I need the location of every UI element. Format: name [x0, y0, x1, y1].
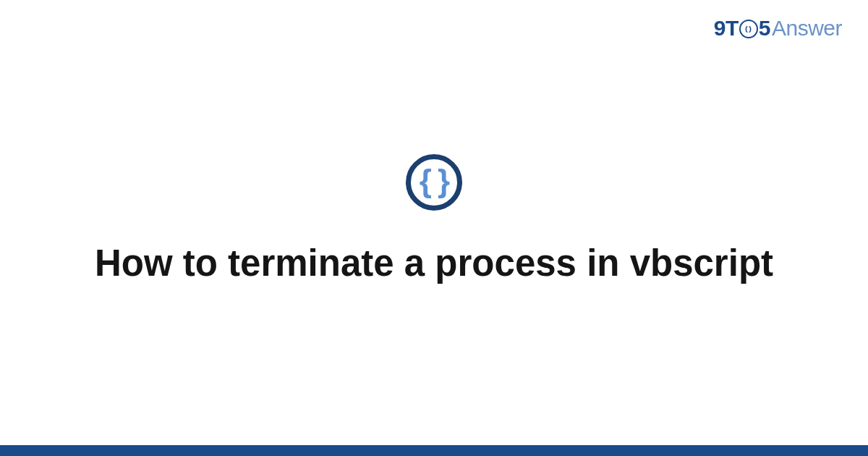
- logo-suffix-word: Answer: [772, 16, 842, 41]
- category-badge: { }: [406, 154, 462, 211]
- logo-suffix-digit: 5: [759, 16, 770, 41]
- logo-prefix: 9T: [714, 16, 739, 41]
- braces-icon: [744, 25, 753, 34]
- site-logo: 9T 5 Answer: [714, 16, 842, 41]
- code-braces-icon: { }: [420, 165, 448, 197]
- logo-badge-icon: [739, 20, 758, 38]
- question-title: How to terminate a process in vbscript: [87, 241, 781, 286]
- footer-accent-bar: [0, 445, 868, 456]
- main-content: { } How to terminate a process in vbscri…: [0, 154, 868, 286]
